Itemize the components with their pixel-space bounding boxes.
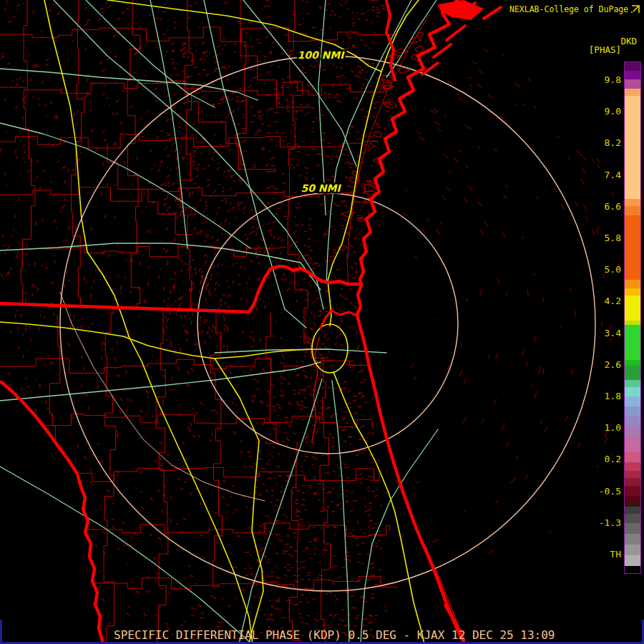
colorbar-tick-label: 4.2 xyxy=(590,295,621,308)
color-scale-segment xyxy=(625,215,640,280)
color-scale-segment xyxy=(625,396,640,406)
colorbar-tick-label: 8.2 xyxy=(590,137,621,150)
color-scale-segment xyxy=(625,545,640,555)
county-borders-layer xyxy=(0,0,397,644)
frame-border-bottom-left xyxy=(0,620,2,644)
color-scale-segment xyxy=(625,360,640,366)
color-scale-segment xyxy=(625,406,640,416)
color-scale-segment xyxy=(625,486,640,496)
color-scale-segment xyxy=(625,478,640,486)
colorbar-tick-label: 1.8 xyxy=(590,390,621,403)
colorbar-tick-label: 6.6 xyxy=(590,200,621,213)
highways-green-layer xyxy=(0,0,438,644)
brand-text: NEXLAB-College of DuPage xyxy=(509,4,640,14)
colorbar-tick-label: 3.4 xyxy=(590,327,621,340)
colorbar-tick-label: TH xyxy=(590,548,621,561)
color-scale-segment xyxy=(625,206,640,215)
color-scale-segment xyxy=(625,555,640,566)
color-scale-segment xyxy=(625,89,640,96)
color-scale-segment xyxy=(625,325,640,360)
color-scale-segment xyxy=(625,471,640,478)
color-scale-segment xyxy=(625,566,640,573)
colorbar-tick-label: 0.2 xyxy=(590,453,621,466)
color-scale-segment xyxy=(625,62,640,71)
color-scale-segment xyxy=(625,437,640,452)
radar-clutter-layer xyxy=(0,0,633,639)
color-scale-segment xyxy=(625,288,640,296)
coastline-layer xyxy=(0,0,501,644)
range-ring-labels: 100 NMI 50 NMI xyxy=(298,49,346,194)
product-title: SPECIFIC DIFFERENTIAL PHASE (KDP) 0.5 DE… xyxy=(114,629,555,642)
color-scale-segment xyxy=(625,425,640,437)
coastal-detail-layer xyxy=(312,14,462,637)
range-ring-label-100nmi: 100 NMI xyxy=(298,49,346,61)
brand-label: NEXLAB-College of DuPage xyxy=(509,4,628,14)
color-scale-segment xyxy=(625,199,640,206)
colorbar-tick-label: 2.6 xyxy=(590,358,621,371)
color-scale-segment xyxy=(625,507,640,514)
color-scale-segment xyxy=(625,534,640,545)
map-layers xyxy=(0,0,633,644)
radar-display: 100 NMI 50 NMI NEXLAB-College of DuPage … xyxy=(0,0,644,644)
color-scale-segment xyxy=(625,79,640,89)
colorbar-tick-label: 9.8 xyxy=(590,74,621,87)
color-scale-segment xyxy=(625,496,640,502)
color-scale-segment xyxy=(625,452,640,462)
color-scale-segment xyxy=(625,96,640,199)
color-scale-segment xyxy=(625,380,640,387)
color-scale-segment xyxy=(625,416,640,425)
color-scale-bar xyxy=(624,62,641,574)
colorbar-tick-label: 9.0 xyxy=(590,105,621,118)
colorbar-tick-label: 1.0 xyxy=(590,421,621,434)
color-scale-segment xyxy=(625,296,640,321)
interstates-yellow-layer xyxy=(0,0,424,644)
color-scale-segment xyxy=(625,366,640,380)
radar-map: 100 NMI 50 NMI xyxy=(0,0,644,644)
color-scale-segment xyxy=(625,387,640,396)
color-scale-segment xyxy=(625,71,640,79)
color-scale-segment xyxy=(625,462,640,471)
color-scale-segment xyxy=(625,280,640,288)
colorbar-tick-label: -0.5 xyxy=(590,485,621,498)
colorbar-tick-label: 5.0 xyxy=(590,263,621,276)
colorbar-tick-label: 7.4 xyxy=(590,169,621,182)
color-scale-segment xyxy=(625,502,640,507)
cod-logo-icon xyxy=(631,5,640,14)
color-scale-segment xyxy=(625,514,640,523)
range-ring-label-50nmi: 50 NMI xyxy=(301,182,341,194)
colorbar-tick-label: -1.3 xyxy=(590,517,621,530)
units-label: [PHAS] xyxy=(587,44,621,55)
color-scale-segment xyxy=(625,523,640,534)
colorbar-tick-label: 5.8 xyxy=(590,232,621,245)
